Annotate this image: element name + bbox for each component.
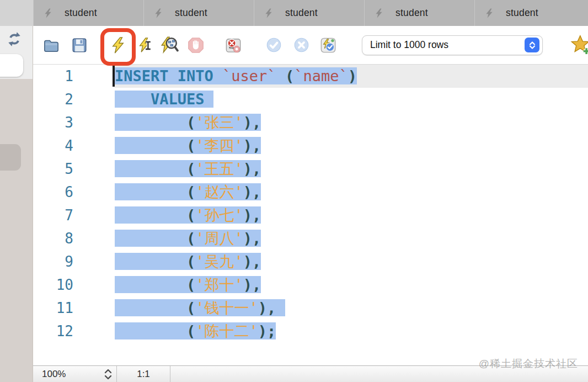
editor-tab-bar: student student student student: [0, 0, 588, 26]
line-number: 8: [33, 227, 115, 250]
up-down-chevrons-icon[interactable]: [104, 368, 113, 381]
code-text[interactable]: ('郑十'),: [115, 273, 588, 296]
code-text[interactable]: ('周八'),: [115, 227, 588, 250]
tab-student[interactable]: student: [143, 0, 254, 26]
code-line[interactable]: 1INSERT INTO `user` (`name`): [33, 65, 588, 88]
tab-student[interactable]: student: [254, 0, 364, 26]
lightning-icon: [484, 7, 494, 19]
code-line[interactable]: 7 ('孙七'),: [33, 204, 588, 227]
code-line[interactable]: 12 ('陈十二');: [33, 320, 588, 343]
line-number: 2: [33, 88, 115, 111]
stop-execution-button[interactable]: [188, 37, 204, 54]
line-number: 6: [33, 181, 115, 204]
code-line[interactable]: 6 ('赵六'),: [33, 181, 588, 204]
toggle-stop-on-error-button[interactable]: [225, 37, 242, 54]
caret-position-cell: 1:1: [117, 366, 170, 382]
sql-editor-toolbar: Limit to 1000 rows: [33, 26, 588, 65]
stop-on-error-icon: [225, 37, 242, 54]
limit-rows-value: Limit to 1000 rows: [370, 39, 525, 51]
lightning-icon: [264, 7, 274, 19]
line-number: 1: [33, 65, 115, 88]
text-selection: ('郑十'),: [115, 276, 261, 293]
refresh-icon[interactable]: [6, 31, 23, 47]
code-text[interactable]: ('王五'),: [115, 157, 588, 181]
commit-button[interactable]: [266, 37, 282, 53]
code-text[interactable]: ('赵六'),: [115, 181, 588, 204]
code-line[interactable]: 5 ('王五'),: [33, 157, 588, 181]
tab-label: student: [175, 7, 207, 19]
caret-position-label: 1:1: [137, 369, 150, 380]
zoom-level-label: 100%: [42, 369, 66, 380]
text-selection: VALUES: [115, 91, 213, 108]
code-text[interactable]: INSERT INTO `user` (`name`): [115, 65, 588, 88]
tab-label: student: [506, 7, 538, 19]
execute-current-statement-button[interactable]: [138, 38, 153, 53]
save-script-button[interactable]: [71, 37, 88, 54]
folder-icon: [43, 37, 60, 54]
line-number: 3: [33, 111, 115, 134]
code-text[interactable]: ('陈十二');: [115, 320, 588, 343]
tab-student[interactable]: student: [474, 0, 585, 26]
lightning-icon: [110, 37, 126, 54]
line-number: 10: [33, 273, 115, 296]
rollback-button[interactable]: [293, 37, 309, 53]
schema-sidebar: [0, 26, 33, 382]
code-text[interactable]: ('李四'),: [115, 134, 588, 157]
up-down-chevrons-icon: [525, 38, 539, 52]
code-line[interactable]: 4 ('李四'),: [33, 134, 588, 157]
text-selection: ('钱十一'),: [115, 299, 285, 316]
code-line[interactable]: 10 ('郑十'),: [33, 273, 588, 296]
lightning-icon: [43, 7, 53, 19]
lightning-check-icon: [320, 37, 336, 54]
sidebar-schema-item[interactable]: [0, 144, 21, 171]
code-line[interactable]: 8 ('周八'),: [33, 227, 588, 250]
text-selection: ('周八'),: [115, 230, 261, 247]
check-circle-icon: [266, 37, 282, 53]
text-selection: ('李四'),: [115, 137, 261, 154]
code-line[interactable]: 2 VALUES: [33, 88, 588, 111]
toggle-autocommit-button[interactable]: [320, 37, 336, 54]
tab-student[interactable]: student: [33, 0, 143, 26]
mysql-workbench-window: student student student student: [0, 0, 588, 382]
zoom-control: 100%: [33, 366, 117, 382]
add-favorite-button[interactable]: [570, 35, 588, 56]
tab-label: student: [395, 7, 428, 19]
lightning-icon: [374, 7, 384, 19]
tab-label: student: [285, 7, 318, 19]
stop-hand-icon: [188, 37, 204, 54]
line-number: 7: [33, 204, 115, 227]
execute-script-button[interactable]: [110, 37, 126, 54]
code-text[interactable]: ('钱十一'),: [115, 296, 588, 320]
explain-plan-button[interactable]: [160, 36, 179, 55]
lightning-icon: [153, 7, 163, 19]
line-number: 12: [33, 320, 115, 343]
code-text[interactable]: ('孙七'),: [115, 204, 588, 227]
sql-code-editor[interactable]: 1INSERT INTO `user` (`name`)2 VALUES 3 (…: [33, 65, 588, 365]
tab-label: student: [65, 7, 97, 19]
text-selection: ('张三'),: [115, 114, 261, 131]
text-selection: ('王五'),: [115, 160, 261, 177]
text-selection: ('吴九'),: [115, 253, 261, 270]
watermark: @稀土掘金技术社区: [479, 357, 578, 371]
text-selection: ('赵六'),: [115, 183, 261, 200]
tab-student[interactable]: student: [364, 0, 474, 26]
open-script-button[interactable]: [43, 37, 60, 54]
lightning-magnifier-icon: [160, 36, 179, 55]
lightning-cursor-icon: [138, 38, 153, 53]
code-line[interactable]: 3 ('张三'),: [33, 111, 588, 134]
code-text[interactable]: ('吴九'),: [115, 250, 588, 273]
code-line[interactable]: 11 ('钱十一'),: [33, 296, 588, 320]
star-plus-icon: [570, 35, 588, 56]
limit-rows-select[interactable]: Limit to 1000 rows: [362, 35, 543, 55]
line-number: 4: [33, 134, 115, 157]
line-number: 9: [33, 250, 115, 273]
code-text[interactable]: ('张三'),: [115, 111, 588, 134]
line-number: 5: [33, 157, 115, 181]
x-circle-icon: [293, 37, 309, 53]
code-text[interactable]: VALUES: [115, 88, 588, 111]
code-line[interactable]: 9 ('吴九'),: [33, 250, 588, 273]
floppy-icon: [71, 37, 88, 54]
line-number: 11: [33, 296, 115, 320]
text-caret: [113, 66, 115, 87]
sidebar-search-field[interactable]: [0, 54, 23, 77]
